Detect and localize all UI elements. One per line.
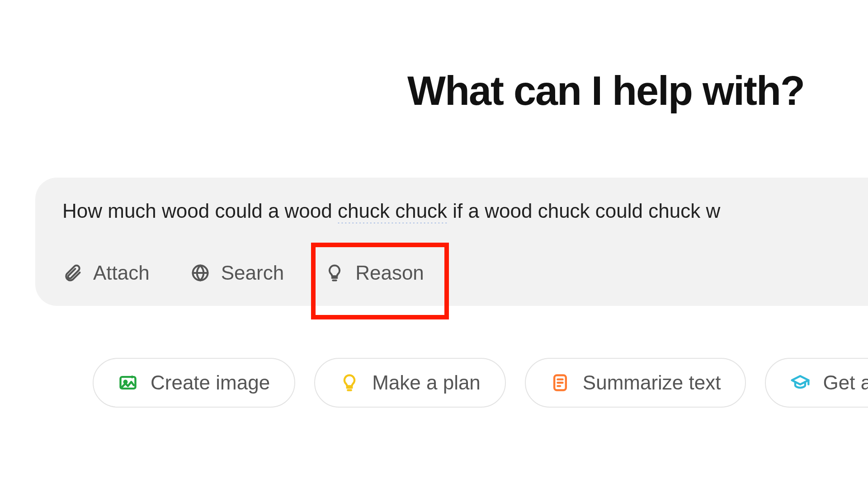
page-title: What can I help with? (344, 68, 868, 114)
page-root: What can I help with? How much wood coul… (0, 0, 868, 488)
make-a-plan-chip[interactable]: Make a plan (314, 358, 506, 408)
globe-icon (190, 263, 210, 283)
lightbulb-plan-icon (340, 373, 359, 393)
search-button[interactable]: Search (190, 262, 284, 284)
get-advice-label: Get advic (823, 371, 868, 394)
prompt-spellcheck-span[interactable]: chuck chuck (338, 200, 447, 223)
create-image-label: Create image (151, 371, 270, 394)
image-icon (118, 373, 138, 393)
summarize-text-label: Summarize text (583, 371, 721, 394)
prompt-post: if a wood chuck could chuck w (447, 200, 720, 222)
search-label: Search (221, 262, 284, 284)
attach-label: Attach (93, 262, 150, 284)
paperclip-icon (62, 263, 82, 283)
suggestion-chips-row: Create image Make a plan (93, 358, 868, 408)
prompt-text[interactable]: How much wood could a wood chuck chuck i… (62, 199, 868, 223)
tool-row: Attach Search (62, 262, 868, 284)
graduation-cap-icon (790, 373, 810, 393)
lightbulb-icon (325, 263, 344, 283)
reason-label: Reason (355, 262, 424, 284)
prompt-input-card[interactable]: How much wood could a wood chuck chuck i… (35, 178, 868, 306)
prompt-pre: How much wood could a wood (62, 200, 338, 222)
get-advice-chip[interactable]: Get advic (765, 358, 868, 408)
make-a-plan-label: Make a plan (372, 371, 481, 394)
reason-button[interactable]: Reason (325, 262, 424, 284)
document-icon (550, 373, 570, 393)
create-image-chip[interactable]: Create image (93, 358, 295, 408)
attach-button[interactable]: Attach (62, 262, 150, 284)
summarize-text-chip[interactable]: Summarize text (525, 358, 746, 408)
